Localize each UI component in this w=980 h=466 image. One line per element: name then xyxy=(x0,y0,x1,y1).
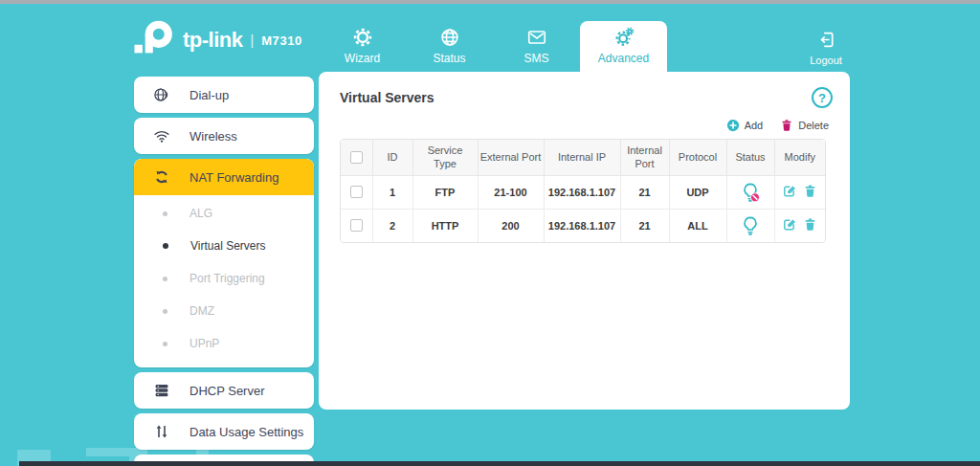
tplink-logo-icon xyxy=(132,20,176,60)
row-checkbox[interactable] xyxy=(350,219,363,232)
status-enabled-bulb-icon[interactable] xyxy=(740,215,761,236)
add-button[interactable]: Add xyxy=(726,119,764,132)
tab-status[interactable]: Status xyxy=(406,21,493,72)
cell-id: 1 xyxy=(372,175,412,209)
delete-row-icon[interactable] xyxy=(803,184,817,198)
table-toolbar: Add Delete xyxy=(726,119,829,132)
subitem-label: DMZ xyxy=(189,304,214,318)
tab-advanced[interactable]: Advanced xyxy=(580,21,667,72)
column-header-id: ID xyxy=(372,140,412,175)
logout-button[interactable]: Logout xyxy=(804,30,848,66)
sidebar-subitem-port-triggering[interactable]: Port Triggering xyxy=(134,262,314,295)
cell-protocol: ALL xyxy=(669,209,726,242)
cell-service-type: FTP xyxy=(412,175,478,209)
bullet-icon xyxy=(163,342,167,346)
sidebar-item-label: NAT Forwarding xyxy=(189,170,278,185)
sidebar-subitem-upnp[interactable]: UPnP xyxy=(134,327,314,360)
edit-row-icon[interactable] xyxy=(782,217,796,232)
top-edge-strip xyxy=(0,0,980,4)
server-stack-icon xyxy=(153,382,170,399)
status-disabled-bulb-icon[interactable] xyxy=(740,182,761,203)
bullet-icon xyxy=(163,211,167,216)
brand-model: M7310 xyxy=(261,33,302,48)
gear-icon xyxy=(352,27,373,48)
sidebar-item-label: Wireless xyxy=(189,129,237,144)
sidebar-item-label: Dial-up xyxy=(189,88,229,102)
column-header-status: Status xyxy=(726,140,774,175)
sidebar: Dial-up Wireless NAT Forwarding ALG xyxy=(134,77,314,466)
cell-internal-ip: 192.168.1.107 xyxy=(544,209,620,242)
bullet-icon xyxy=(163,243,168,249)
table-row: 1 FTP 21-100 192.168.1.107 21 UDP xyxy=(341,175,825,209)
tab-label: Wizard xyxy=(345,52,380,65)
table-header-row: ID Service Type External Port Internal I… xyxy=(341,140,825,175)
globe-icon xyxy=(439,27,460,48)
column-header-internal-ip: Internal IP xyxy=(544,140,620,175)
sidebar-item-dhcp-server[interactable]: DHCP Server xyxy=(134,372,314,409)
subitem-label: Port Triggering xyxy=(189,272,265,285)
content-panel: Virtual Servers ? Add Delete xyxy=(319,72,850,410)
tab-sms[interactable]: SMS xyxy=(493,21,580,72)
delete-button[interactable]: Delete xyxy=(780,119,829,132)
cell-external-port: 200 xyxy=(478,209,544,242)
bottom-edge-strip xyxy=(19,461,980,466)
column-header-external-port: External Port xyxy=(478,140,544,175)
tab-label: Status xyxy=(433,52,465,65)
row-checkbox-cell xyxy=(341,209,372,242)
brand-name: tp-link xyxy=(183,28,243,53)
router-admin-screen: tp-link | M7310 Wizard Status SMS Advanc… xyxy=(0,0,980,466)
top-nav: Wizard Status SMS Advanced xyxy=(319,21,667,72)
bullet-icon xyxy=(163,309,167,314)
table-row: 2 HTTP 200 192.168.1.107 21 ALL xyxy=(341,209,825,242)
modify-cell xyxy=(774,209,825,242)
column-header-protocol: Protocol xyxy=(669,140,726,175)
subitem-label: ALG xyxy=(189,207,212,220)
up-down-arrows-icon xyxy=(153,423,170,440)
subitem-label: Virtual Servers xyxy=(190,239,265,253)
tab-label: SMS xyxy=(523,52,548,65)
row-checkbox[interactable] xyxy=(350,186,363,198)
nat-forwarding-submenu: ALG Virtual Servers Port Triggering DMZ … xyxy=(134,195,314,367)
globe-phone-icon xyxy=(153,86,170,103)
row-checkbox-cell xyxy=(341,175,372,209)
cell-id: 2 xyxy=(372,209,412,242)
sidebar-item-label: Data Usage Settings xyxy=(189,425,303,439)
tab-label: Advanced xyxy=(598,52,649,65)
cell-internal-port: 21 xyxy=(620,175,669,209)
sidebar-item-label: DHCP Server xyxy=(189,384,265,398)
column-header-internal-port: Internal Port xyxy=(620,140,669,175)
subitem-label: UPnP xyxy=(189,337,219,350)
brand-separator: | xyxy=(251,33,255,48)
bullet-icon xyxy=(163,277,167,281)
trash-icon xyxy=(780,119,793,132)
column-header-service-type: Service Type xyxy=(412,140,478,175)
sidebar-item-data-usage-settings[interactable]: Data Usage Settings xyxy=(134,413,314,450)
sidebar-subitem-alg[interactable]: ALG xyxy=(134,197,314,230)
envelope-icon xyxy=(526,27,547,48)
sidebar-subitem-virtual-servers[interactable]: Virtual Servers xyxy=(134,230,314,262)
circular-arrows-icon xyxy=(153,168,170,186)
brand: tp-link | M7310 xyxy=(132,19,302,61)
cell-internal-ip: 192.168.1.107 xyxy=(544,175,620,209)
help-button[interactable]: ? xyxy=(812,87,833,108)
status-cell xyxy=(726,209,774,242)
header-checkbox-cell xyxy=(341,140,372,175)
sidebar-item-dial-up[interactable]: Dial-up xyxy=(134,77,314,113)
logout-icon xyxy=(816,30,836,50)
tab-wizard[interactable]: Wizard xyxy=(319,21,406,72)
virtual-servers-table: ID Service Type External Port Internal I… xyxy=(340,139,826,243)
sidebar-subitem-dmz[interactable]: DMZ xyxy=(134,295,314,327)
sidebar-item-wireless[interactable]: Wireless xyxy=(134,118,314,154)
select-all-checkbox[interactable] xyxy=(350,151,363,164)
page-title: Virtual Servers xyxy=(340,90,434,105)
cell-external-port: 21-100 xyxy=(478,175,544,209)
sidebar-item-nat-forwarding[interactable]: NAT Forwarding xyxy=(134,159,314,195)
logout-label: Logout xyxy=(804,55,848,66)
delete-row-icon[interactable] xyxy=(803,217,817,232)
cell-protocol: UDP xyxy=(669,175,726,209)
delete-label: Delete xyxy=(798,120,829,131)
edit-row-icon[interactable] xyxy=(782,184,796,198)
double-gear-icon xyxy=(613,27,635,48)
cell-internal-port: 21 xyxy=(620,209,669,242)
column-header-modify: Modify xyxy=(774,140,825,175)
